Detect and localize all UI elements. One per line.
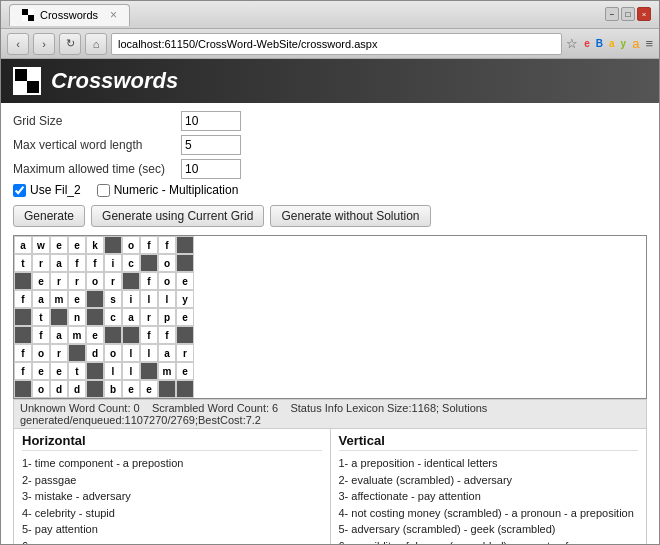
- grid-cell[interactable]: f: [158, 236, 176, 254]
- grid-cell[interactable]: r: [104, 272, 122, 290]
- grid-cell[interactable]: i: [122, 290, 140, 308]
- grid-cell[interactable]: e: [32, 272, 50, 290]
- grid-cell[interactable]: f: [140, 272, 158, 290]
- grid-cell[interactable]: [14, 380, 32, 398]
- generate-no-solution-button[interactable]: Generate without Solution: [270, 205, 430, 227]
- menu-icon[interactable]: ≡: [645, 36, 653, 51]
- grid-cell[interactable]: r: [68, 272, 86, 290]
- grid-cell[interactable]: e: [176, 272, 194, 290]
- grid-cell[interactable]: d: [50, 380, 68, 398]
- grid-cell[interactable]: m: [68, 326, 86, 344]
- back-button[interactable]: ‹: [7, 33, 29, 55]
- grid-cell[interactable]: [14, 272, 32, 290]
- close-button[interactable]: ×: [637, 7, 651, 21]
- grid-cell[interactable]: [86, 362, 104, 380]
- grid-cell[interactable]: [104, 236, 122, 254]
- grid-cell[interactable]: f: [158, 326, 176, 344]
- grid-cell[interactable]: a: [50, 254, 68, 272]
- minimize-button[interactable]: −: [605, 7, 619, 21]
- grid-cell[interactable]: r: [140, 308, 158, 326]
- grid-cell[interactable]: l: [140, 290, 158, 308]
- grid-cell[interactable]: f: [68, 254, 86, 272]
- grid-cell[interactable]: f: [14, 362, 32, 380]
- grid-cell[interactable]: r: [176, 344, 194, 362]
- grid-cell[interactable]: l: [158, 290, 176, 308]
- grid-cell[interactable]: [68, 344, 86, 362]
- grid-cell[interactable]: e: [32, 362, 50, 380]
- grid-cell[interactable]: [158, 380, 176, 398]
- grid-cell[interactable]: [104, 326, 122, 344]
- grid-cell[interactable]: d: [68, 380, 86, 398]
- browser-tab[interactable]: Crosswords ×: [9, 4, 130, 26]
- grid-cell[interactable]: [50, 308, 68, 326]
- grid-cell[interactable]: o: [158, 254, 176, 272]
- grid-cell[interactable]: [122, 326, 140, 344]
- grid-cell[interactable]: w: [32, 236, 50, 254]
- grid-cell[interactable]: a: [14, 236, 32, 254]
- grid-cell[interactable]: o: [158, 272, 176, 290]
- amazon-icon[interactable]: a: [632, 36, 639, 51]
- grid-cell[interactable]: f: [140, 326, 158, 344]
- grid-cell[interactable]: t: [32, 308, 50, 326]
- grid-cell[interactable]: [86, 380, 104, 398]
- grid-cell[interactable]: [140, 254, 158, 272]
- grid-cell[interactable]: l: [122, 362, 140, 380]
- grid-cell[interactable]: [86, 290, 104, 308]
- grid-cell[interactable]: l: [122, 344, 140, 362]
- grid-cell[interactable]: l: [104, 362, 122, 380]
- grid-cell[interactable]: m: [158, 362, 176, 380]
- grid-cell[interactable]: e: [176, 362, 194, 380]
- grid-cell[interactable]: o: [104, 344, 122, 362]
- tab-close-btn[interactable]: ×: [110, 8, 117, 22]
- grid-cell[interactable]: n: [68, 308, 86, 326]
- grid-cell[interactable]: p: [158, 308, 176, 326]
- grid-cell[interactable]: [176, 236, 194, 254]
- grid-cell[interactable]: f: [14, 344, 32, 362]
- refresh-button[interactable]: ↻: [59, 33, 81, 55]
- grid-cell[interactable]: o: [122, 236, 140, 254]
- max-time-input[interactable]: [181, 159, 241, 179]
- numeric-checkbox[interactable]: Numeric - Multiplication: [97, 183, 239, 197]
- grid-cell[interactable]: e: [68, 290, 86, 308]
- generate-button[interactable]: Generate: [13, 205, 85, 227]
- grid-cell[interactable]: s: [104, 290, 122, 308]
- grid-cell[interactable]: y: [176, 290, 194, 308]
- grid-cell[interactable]: e: [50, 236, 68, 254]
- grid-cell[interactable]: [86, 308, 104, 326]
- home-button[interactable]: ⌂: [85, 33, 107, 55]
- grid-cell[interactable]: a: [158, 344, 176, 362]
- grid-cell[interactable]: c: [104, 308, 122, 326]
- grid-cell[interactable]: t: [14, 254, 32, 272]
- grid-cell[interactable]: [176, 254, 194, 272]
- generate-current-button[interactable]: Generate using Current Grid: [91, 205, 264, 227]
- grid-cell[interactable]: t: [68, 362, 86, 380]
- grid-cell[interactable]: f: [86, 254, 104, 272]
- maximize-button[interactable]: □: [621, 7, 635, 21]
- grid-cell[interactable]: e: [86, 326, 104, 344]
- address-bar[interactable]: [111, 33, 562, 55]
- grid-cell[interactable]: [122, 272, 140, 290]
- grid-cell[interactable]: a: [122, 308, 140, 326]
- grid-cell[interactable]: a: [32, 290, 50, 308]
- grid-cell[interactable]: f: [140, 236, 158, 254]
- grid-cell[interactable]: f: [32, 326, 50, 344]
- max-vertical-input[interactable]: [181, 135, 241, 155]
- grid-size-input[interactable]: [181, 111, 241, 131]
- numeric-check[interactable]: [97, 184, 110, 197]
- grid-cell[interactable]: e: [68, 236, 86, 254]
- grid-cell[interactable]: i: [104, 254, 122, 272]
- forward-button[interactable]: ›: [33, 33, 55, 55]
- grid-cell[interactable]: [14, 308, 32, 326]
- grid-cell[interactable]: d: [86, 344, 104, 362]
- grid-cell[interactable]: e: [140, 380, 158, 398]
- star-icon[interactable]: ☆: [566, 36, 578, 51]
- grid-cell[interactable]: a: [50, 326, 68, 344]
- grid-cell[interactable]: [140, 362, 158, 380]
- grid-cell[interactable]: o: [32, 344, 50, 362]
- grid-cell[interactable]: [176, 326, 194, 344]
- grid-cell[interactable]: o: [86, 272, 104, 290]
- grid-cell[interactable]: e: [122, 380, 140, 398]
- grid-cell[interactable]: r: [50, 344, 68, 362]
- grid-cell[interactable]: r: [50, 272, 68, 290]
- grid-cell[interactable]: [176, 380, 194, 398]
